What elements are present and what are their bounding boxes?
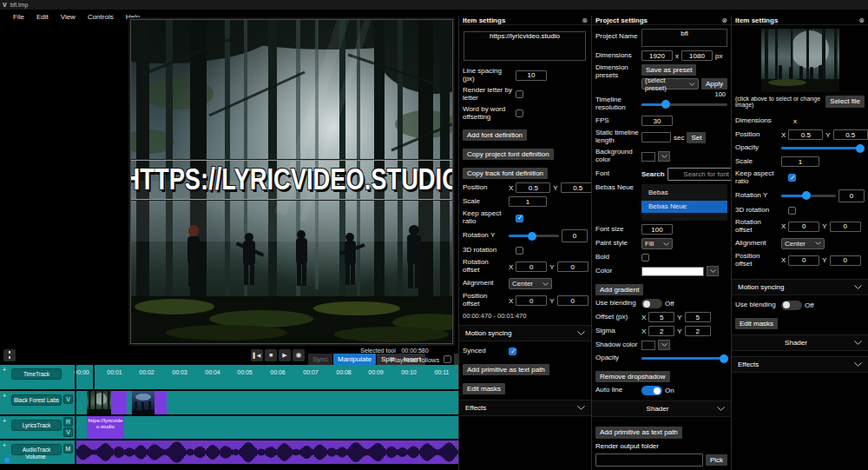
3d-rotation-checkbox[interactable] bbox=[516, 247, 523, 255]
preset-select[interactable]: (select preset) bbox=[641, 78, 699, 89]
project-name-input[interactable]: bfl bbox=[641, 29, 727, 47]
text-color-dropdown[interactable] bbox=[707, 266, 719, 276]
sigma-x-input[interactable] bbox=[648, 326, 674, 336]
motion-syncing-section[interactable]: Motion syncing bbox=[732, 279, 868, 295]
keep-aspect-checkbox[interactable] bbox=[788, 174, 796, 182]
image-clip-2[interactable] bbox=[132, 391, 167, 414]
font-option-selected[interactable]: Bebas Neue bbox=[641, 201, 727, 213]
add-font-definition-button[interactable]: Add font definition bbox=[463, 129, 527, 141]
position-y-input[interactable] bbox=[561, 182, 591, 193]
auto-line-toggle[interactable] bbox=[641, 386, 662, 395]
position-x-input[interactable] bbox=[788, 129, 823, 140]
render-button[interactable]: Render bbox=[454, 354, 458, 365]
rotation-y-input[interactable] bbox=[562, 229, 588, 242]
track-v-button[interactable]: V bbox=[63, 394, 73, 404]
record-button[interactable]: ◉ bbox=[293, 349, 305, 361]
sync-button[interactable]: Sync bbox=[308, 354, 332, 365]
line-spacing-input[interactable] bbox=[516, 70, 547, 81]
effects-section[interactable]: Effects bbox=[459, 400, 591, 416]
image-track-row[interactable]: + Black Forest Labs V bbox=[0, 391, 458, 414]
timeline-resolution-slider[interactable] bbox=[641, 103, 727, 106]
font-size-input[interactable] bbox=[641, 224, 673, 235]
menu-edit[interactable]: Edit bbox=[36, 13, 49, 21]
use-blending-toggle[interactable] bbox=[781, 301, 802, 310]
item-image-thumbnail[interactable] bbox=[761, 29, 839, 92]
copy-project-font-button[interactable]: Copy project font definition bbox=[463, 149, 554, 160]
offset-x-input[interactable] bbox=[648, 312, 674, 322]
dimension-width-input[interactable] bbox=[641, 50, 673, 61]
skip-start-button[interactable]: ▌◀ bbox=[251, 349, 263, 361]
menu-file[interactable]: File bbox=[13, 13, 24, 21]
track-name-lyricstrack[interactable]: LyricsTrack bbox=[11, 420, 62, 431]
motion-syncing-section[interactable]: Motion syncing bbox=[459, 325, 591, 341]
track-v-button[interactable]: V bbox=[63, 427, 73, 437]
close-icon[interactable]: ⊗ bbox=[721, 17, 727, 24]
rotation-y-input[interactable] bbox=[838, 189, 865, 202]
rotation-offset-y-input[interactable] bbox=[830, 222, 861, 232]
edit-masks-button[interactable]: Edit masks bbox=[735, 318, 778, 329]
remove-dropshadow-button[interactable]: Remove dropshadow bbox=[595, 371, 670, 382]
add-primitive-button[interactable]: Add primitive as text path bbox=[595, 427, 682, 438]
position-x-input[interactable] bbox=[516, 182, 550, 193]
add-primitive-button[interactable]: Add primitive as text path bbox=[463, 364, 549, 375]
word-by-word-checkbox[interactable] bbox=[516, 109, 523, 117]
shader-section[interactable]: Shader bbox=[732, 334, 868, 351]
add-item-icon[interactable]: + bbox=[3, 418, 6, 424]
keep-aspect-checkbox[interactable] bbox=[516, 215, 523, 222]
3d-rotation-checkbox[interactable] bbox=[788, 207, 796, 215]
background-color-swatch[interactable] bbox=[641, 152, 655, 162]
alignment-select[interactable]: Center bbox=[509, 278, 552, 289]
rotation-y-slider[interactable] bbox=[509, 235, 559, 237]
playhead-follows-checkbox[interactable] bbox=[444, 355, 451, 363]
menu-view[interactable]: View bbox=[61, 13, 76, 21]
position-offset-y-input[interactable] bbox=[557, 295, 589, 306]
text-color-swatch[interactable] bbox=[641, 267, 704, 276]
track-r-button[interactable]: R bbox=[63, 417, 73, 427]
shadow-color-dropdown[interactable] bbox=[658, 340, 670, 350]
edit-masks-button[interactable]: Edit masks bbox=[463, 383, 505, 394]
play-button[interactable]: ▶ bbox=[279, 349, 291, 361]
effects-section[interactable]: Effects bbox=[732, 356, 868, 373]
sigma-y-input[interactable] bbox=[685, 326, 711, 336]
rotation-offset-x-input[interactable] bbox=[788, 222, 819, 232]
timeline-tracks[interactable]: + TimeTrack 00:00 00:01 00:02 00:03 00:0… bbox=[0, 365, 458, 464]
rotation-y-slider[interactable] bbox=[781, 195, 836, 197]
position-offset-x-input[interactable] bbox=[788, 255, 819, 266]
render-output-input[interactable] bbox=[595, 453, 703, 467]
add-item-icon[interactable]: + bbox=[3, 442, 6, 448]
bold-checkbox[interactable] bbox=[641, 254, 649, 261]
audio-track-row[interactable]: + AudioTrack M Volume bbox=[0, 440, 458, 464]
volume-control[interactable]: Volume bbox=[7, 453, 64, 460]
synced-checkbox[interactable] bbox=[509, 348, 516, 355]
scale-input[interactable] bbox=[509, 196, 547, 207]
opacity-slider[interactable] bbox=[781, 147, 865, 149]
track-name-black-forest-labs[interactable]: Black Forest Labs bbox=[11, 394, 62, 406]
add-item-icon[interactable]: + bbox=[3, 367, 6, 373]
stop-button[interactable]: ■ bbox=[265, 349, 277, 361]
close-icon[interactable]: ⊗ bbox=[858, 17, 865, 24]
lyrics-track-row[interactable]: + LyricsTrack R V https://lyricvideo.stu… bbox=[0, 416, 458, 439]
opacity-slider[interactable] bbox=[641, 357, 727, 360]
fps-input[interactable] bbox=[641, 116, 673, 126]
text-selection-box[interactable]: HTTPS://LYRICVIDEO.STUDIO bbox=[130, 160, 453, 200]
font-search-input[interactable] bbox=[667, 168, 731, 181]
lyrics-clip[interactable]: https://lyricvideo.studio bbox=[87, 416, 124, 439]
time-track-row[interactable]: + TimeTrack 00:00 00:01 00:02 00:03 00:0… bbox=[0, 365, 458, 389]
close-icon[interactable]: ⊗ bbox=[582, 17, 588, 24]
rotation-offset-x-input[interactable] bbox=[516, 261, 547, 272]
shadow-color-swatch[interactable] bbox=[641, 341, 655, 350]
shader-section[interactable]: Shader bbox=[592, 400, 731, 417]
select-file-button[interactable]: Select file bbox=[825, 96, 865, 107]
font-option[interactable]: Bebas bbox=[641, 187, 727, 199]
add-item-icon[interactable]: + bbox=[3, 393, 6, 399]
add-gradient-button[interactable]: Add gradient bbox=[595, 284, 643, 295]
track-name-timetrack[interactable]: TimeTrack bbox=[11, 368, 62, 380]
offset-y-input[interactable] bbox=[685, 312, 711, 322]
position-offset-y-input[interactable] bbox=[830, 255, 861, 266]
video-preview[interactable]: HTTPS://LYRICVIDEO.STUDIO bbox=[130, 19, 453, 344]
alignment-select[interactable]: Center bbox=[781, 238, 825, 249]
copy-track-font-button[interactable]: Copy track font definition bbox=[463, 168, 548, 179]
pick-button[interactable]: Pick bbox=[706, 454, 727, 466]
dimension-height-input[interactable] bbox=[681, 50, 713, 61]
position-offset-x-input[interactable] bbox=[516, 295, 547, 306]
